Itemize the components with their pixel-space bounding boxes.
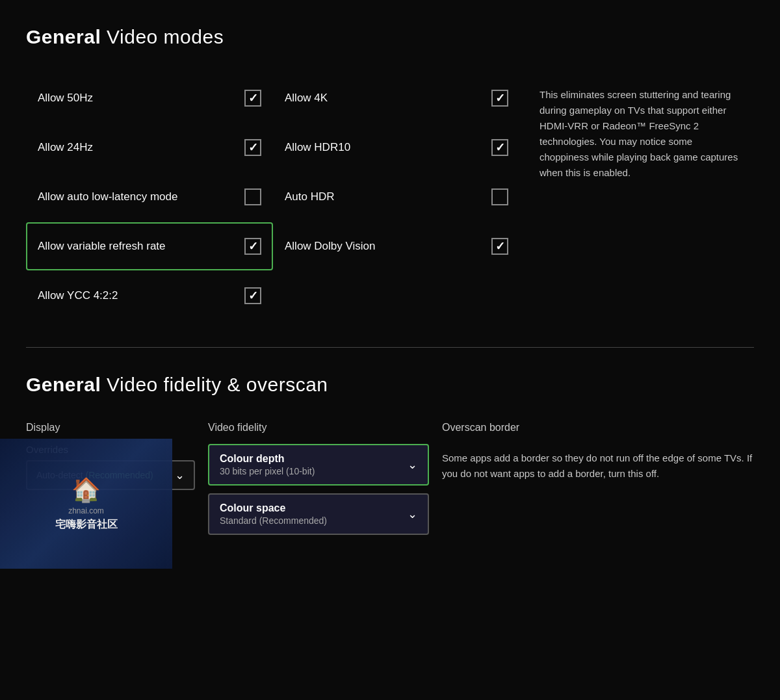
display-header: Display <box>26 422 195 434</box>
overscan-block: Overscan border Some apps add a border s… <box>429 422 754 543</box>
setting-dolby-vision[interactable]: Allow Dolby Vision <box>273 222 520 270</box>
checkbox-dolby-vision[interactable] <box>491 238 508 255</box>
setting-allow-4k[interactable]: Allow 4K <box>273 74 520 122</box>
setting-allow-hdr10[interactable]: Allow HDR10 <box>273 123 520 172</box>
section1-title: General Video modes <box>26 26 754 48</box>
colour-space-label: Colour space <box>220 502 401 514</box>
checkbox-allow-hdr10[interactable] <box>491 139 508 156</box>
colour-space-dropdown-wrapper: Colour space Standard (Recommended) ⌄ <box>208 493 429 535</box>
settings-col2: Allow 4K Allow HDR10 Auto HDR Allow Dolb… <box>273 74 520 321</box>
colour-space-value: Standard (Recommended) <box>220 515 401 526</box>
setting-auto-low-latency[interactable]: Allow auto low-latency mode <box>26 173 273 221</box>
checkbox-allow-50hz[interactable] <box>244 90 261 107</box>
watermark-content: 🏠 zhnai.com 宅嗨影音社区 <box>55 476 118 532</box>
checkbox-ycc-422[interactable] <box>244 287 261 304</box>
checkbox-allow-24hz[interactable] <box>244 139 261 156</box>
colour-depth-dropdown-wrapper: Colour depth 30 bits per pixel (10-bit) … <box>208 444 429 486</box>
video-modes-grid: Allow 50Hz Allow 24Hz Allow auto low-lat… <box>26 74 754 321</box>
colour-space-dropdown[interactable]: Colour space Standard (Recommended) ⌄ <box>208 493 429 535</box>
colour-space-chevron-icon: ⌄ <box>408 507 417 521</box>
vrr-info-text: This eliminates screen stuttering and te… <box>520 74 754 194</box>
watermark-name: 宅嗨影音社区 <box>55 518 118 532</box>
video-fidelity-section: General Video fidelity & overscan Displa… <box>0 348 780 569</box>
colour-depth-label: Colour depth <box>220 453 401 465</box>
checkbox-variable-refresh-rate[interactable] <box>244 238 261 255</box>
watermark-site: zhnai.com <box>55 506 118 515</box>
setting-ycc-422[interactable]: Allow YCC 4:2:2 <box>26 272 273 320</box>
video-fidelity-header: Video fidelity <box>208 422 429 434</box>
checkbox-allow-4k[interactable] <box>491 90 508 107</box>
display-chevron-icon: ⌄ <box>175 468 185 482</box>
settings-col1: Allow 50Hz Allow 24Hz Allow auto low-lat… <box>26 74 273 321</box>
video-modes-section: General Video modes Allow 50Hz Allow 24H… <box>0 0 780 347</box>
section2-title: General Video fidelity & overscan <box>26 374 754 396</box>
info-col: This eliminates screen stuttering and te… <box>520 74 754 321</box>
watermark-icon: 🏠 <box>55 476 118 504</box>
colour-depth-chevron-icon: ⌄ <box>408 458 417 472</box>
colour-depth-dropdown[interactable]: Colour depth 30 bits per pixel (10-bit) … <box>208 444 429 486</box>
checkbox-auto-hdr[interactable] <box>491 188 508 205</box>
setting-auto-hdr[interactable]: Auto HDR <box>273 173 520 221</box>
setting-allow-50hz[interactable]: Allow 50Hz <box>26 74 273 122</box>
setting-variable-refresh-rate[interactable]: Allow variable refresh rate <box>26 222 273 270</box>
checkbox-auto-low-latency[interactable] <box>244 188 261 205</box>
overscan-header: Overscan border <box>442 422 754 434</box>
video-fidelity-block: Video fidelity Colour depth 30 bits per … <box>208 422 429 543</box>
watermark-block: 🏠 zhnai.com 宅嗨影音社区 <box>0 439 172 569</box>
setting-allow-24hz[interactable]: Allow 24Hz <box>26 123 273 172</box>
colour-depth-value: 30 bits per pixel (10-bit) <box>220 466 401 476</box>
overscan-info-text: Some apps add a border so they do not ru… <box>442 444 754 488</box>
